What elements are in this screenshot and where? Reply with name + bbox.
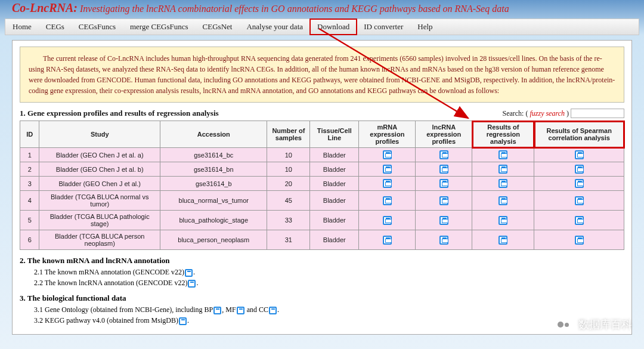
cell-num: 10	[267, 162, 310, 177]
cell-id: 4	[20, 191, 39, 211]
cell-id: 2	[20, 162, 39, 177]
nav-help[interactable]: Help	[410, 19, 439, 35]
nav-analyse[interactable]: Analyse your data	[239, 19, 310, 35]
download-kegg-icon[interactable]	[179, 317, 187, 325]
download-regression-icon[interactable]	[499, 165, 507, 174]
download-lncrna-annotation-icon[interactable]	[188, 280, 196, 288]
search-input[interactable]	[571, 109, 624, 118]
cell-id: 1	[20, 148, 39, 162]
table-row: 5Bladder (TCGA BLUCA pathologic stage)bl…	[20, 211, 624, 230]
download-lncrna-icon[interactable]	[439, 165, 448, 174]
download-lncrna-icon[interactable]	[439, 150, 448, 159]
th-num-samples[interactable]: Number of samples	[267, 121, 310, 148]
search-area: Search: ( fuzzy search )	[502, 109, 624, 118]
download-mrna-icon[interactable]	[383, 165, 392, 174]
table-row: 3Bladder (GEO Chen J et al.)gse31614_b20…	[20, 177, 624, 191]
nav-home[interactable]: Home	[5, 19, 39, 35]
cell-accession: bluca_normal_vs_tumor	[160, 191, 267, 211]
cell-tissue: Bladder	[310, 148, 359, 162]
cell-study: Bladder (TCGA BLUCA normal vs tumor)	[39, 191, 160, 211]
download-spearman-icon[interactable]	[575, 179, 584, 188]
fuzzy-search-link[interactable]: fuzzy search	[528, 109, 566, 118]
cell-tissue: Bladder	[310, 211, 359, 230]
search-label: Search: (	[502, 109, 528, 118]
download-mrna-icon[interactable]	[383, 236, 392, 245]
cell-accession: gse31614_bc	[160, 148, 267, 162]
cell-accession: bluca_pathologic_stage	[160, 211, 267, 230]
section2-item2: 2.2 The known lncRNA annotation (GENCODE…	[34, 279, 624, 288]
cell-accession: gse31614_bn	[160, 162, 267, 177]
download-go-bp-icon[interactable]	[213, 307, 221, 314]
nav-merge-cegsfuncs[interactable]: merge CEGsFuncs	[123, 19, 196, 35]
cell-study: Bladder (GEO Chen J et al. a)	[39, 148, 160, 162]
download-mrna-icon[interactable]	[383, 196, 392, 205]
download-mrna-icon[interactable]	[383, 179, 392, 188]
download-regression-icon[interactable]	[499, 236, 507, 245]
download-regression-icon[interactable]	[499, 179, 507, 188]
wechat-icon	[552, 315, 574, 334]
download-lncrna-icon[interactable]	[439, 196, 448, 205]
table-row: 1Bladder (GEO Chen J et al. a)gse31614_b…	[20, 148, 624, 162]
search-label-after: )	[566, 109, 569, 118]
th-accession[interactable]: Accession	[160, 121, 267, 148]
table-row: 6Bladder (TCGA BLUCA person neoplasm)blu…	[20, 230, 624, 250]
section3-item1: 3.1 Gene Ontology (obtained from NCBI-Ge…	[34, 305, 624, 314]
cell-tissue: Bladder	[310, 230, 359, 250]
cell-study: Bladder (TCGA BLUCA person neoplasm)	[39, 230, 160, 250]
section2-title: 2. The known mRNA and lncRNA annotation	[20, 256, 624, 265]
download-go-mf-icon[interactable]	[237, 307, 244, 314]
download-lncrna-icon[interactable]	[439, 179, 448, 188]
watermark-text: 数据库百科	[578, 317, 632, 332]
download-mrna-icon[interactable]	[383, 216, 392, 225]
cell-accession: bluca_person_neoplasm	[160, 230, 267, 250]
cell-id: 5	[20, 211, 39, 230]
cell-id: 3	[20, 177, 39, 191]
download-regression-icon[interactable]	[499, 196, 507, 205]
download-regression-icon[interactable]	[499, 216, 507, 225]
download-regression-icon[interactable]	[499, 150, 507, 159]
cell-id: 6	[20, 230, 39, 250]
cell-num: 10	[267, 148, 310, 162]
cell-num: 33	[267, 211, 310, 230]
cell-study: Bladder (GEO Chen J et al. b)	[39, 162, 160, 177]
cell-tissue: Bladder	[310, 162, 359, 177]
nav-cegs[interactable]: CEGs	[39, 19, 72, 35]
download-mrna-annotation-icon[interactable]	[185, 269, 193, 277]
th-id[interactable]: ID	[20, 121, 39, 148]
app-subtitle: Investigating the lncRNA combinatorial e…	[80, 4, 509, 14]
nav-id-converter[interactable]: ID converter	[357, 19, 410, 35]
download-spearman-icon[interactable]	[575, 236, 584, 245]
content-area: The current release of Co-LncRNA include…	[12, 40, 632, 335]
data-table: ID Study Accession Number of samples Tis…	[20, 121, 624, 250]
download-lncrna-icon[interactable]	[439, 236, 448, 245]
download-lncrna-icon[interactable]	[439, 216, 448, 225]
cell-num: 20	[267, 177, 310, 191]
page-header: Co-LncRNA: Investigating the lncRNA comb…	[0, 0, 644, 18]
nav-bar: Home CEGs CEGsFuncs merge CEGsFuncs CEGs…	[5, 18, 639, 35]
table-row: 2Bladder (GEO Chen J et al. b)gse31614_b…	[20, 162, 624, 177]
cell-num: 45	[267, 191, 310, 211]
download-spearman-icon[interactable]	[575, 216, 584, 225]
nav-cegsnet[interactable]: CEGsNet	[196, 19, 240, 35]
nav-download[interactable]: Download	[310, 19, 357, 35]
download-spearman-icon[interactable]	[575, 150, 584, 159]
cell-study: Bladder (GEO Chen J et al.)	[39, 177, 160, 191]
cell-tissue: Bladder	[310, 191, 359, 211]
cell-num: 31	[267, 230, 310, 250]
download-spearman-icon[interactable]	[575, 196, 584, 205]
cell-study: Bladder (TCGA BLUCA pathologic stage)	[39, 211, 160, 230]
section2-item1: 2.1 The known mRNA annotation (GENCODE v…	[34, 268, 624, 277]
watermark: 数据库百科	[552, 315, 632, 334]
download-go-cc-icon[interactable]	[269, 307, 277, 314]
download-spearman-icon[interactable]	[575, 165, 584, 174]
th-tissue[interactable]: Tissue/Cell Line	[310, 121, 359, 148]
nav-cegsfuncs[interactable]: CEGsFuncs	[72, 19, 123, 35]
info-box: The current release of Co-LncRNA include…	[20, 47, 624, 103]
th-regression[interactable]: Results of regression analysis	[472, 121, 534, 148]
th-mrna[interactable]: mRNA expression profiles	[359, 121, 416, 148]
th-lncrna[interactable]: lncRNA expression profiles	[416, 121, 472, 148]
table-row: 4Bladder (TCGA BLUCA normal vs tumor)blu…	[20, 191, 624, 211]
th-spearman[interactable]: Results of Spearman correlation analysis	[534, 121, 624, 148]
th-study[interactable]: Study	[39, 121, 160, 148]
download-mrna-icon[interactable]	[383, 150, 392, 159]
